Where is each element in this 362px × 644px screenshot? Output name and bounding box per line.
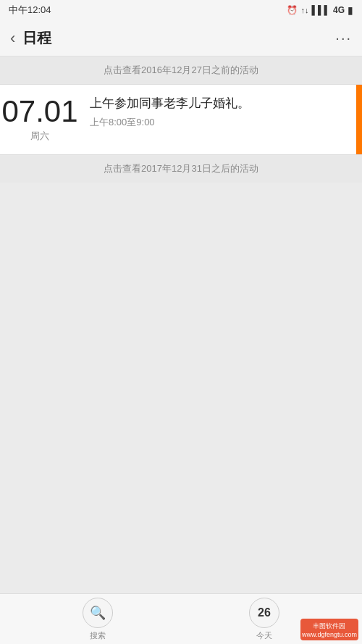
search-label: 搜索 — [90, 630, 106, 641]
search-button[interactable]: 🔍 — [83, 598, 113, 628]
back-arrow-icon: ‹ — [10, 29, 15, 48]
today-label: 今天 — [256, 630, 272, 641]
header: ‹ 日程 ··· — [0, 20, 362, 57]
signal-up-icon: ↑↓ — [300, 6, 308, 14]
status-time: 中午12:04 — [9, 4, 51, 17]
past-events-banner[interactable]: 点击查看2016年12月27日之前的活动 — [0, 57, 362, 84]
event-title: 上午参加同事老李儿子婚礼。 — [90, 95, 346, 112]
future-banner-text: 点击查看2017年12月31日之后的活动 — [104, 163, 258, 174]
past-banner-text: 点击查看2016年12月27日之前的活动 — [104, 64, 258, 75]
today-button[interactable]: 26 — [249, 598, 279, 628]
watermark-line1: 丰图软件园 — [302, 622, 357, 631]
page-title: 日程 — [22, 28, 51, 48]
event-time: 上午8:00至9:00 — [90, 116, 346, 129]
search-nav-item[interactable]: 🔍 搜索 — [83, 598, 113, 641]
status-icons: ⏰ ↑↓ ▌▌▌ 4G ▮ — [287, 4, 353, 16]
back-button[interactable]: ‹ — [10, 29, 15, 48]
header-right: ··· — [335, 30, 352, 46]
future-events-banner[interactable]: 点击查看2017年12月31日之后的活动 — [0, 155, 362, 183]
search-icon: 🔍 — [90, 605, 106, 621]
event-accent-bar — [356, 85, 362, 154]
event-card[interactable]: 上午参加同事老李儿子婚礼。 上午8:00至9:00 — [80, 85, 356, 154]
event-date-number: 07.01 — [1, 96, 77, 127]
status-bar: 中午12:04 ⏰ ↑↓ ▌▌▌ 4G ▮ — [0, 0, 362, 20]
alarm-icon: ⏰ — [287, 5, 298, 15]
event-date-day: 周六 — [30, 130, 49, 143]
watermark: 丰图软件园 www.dgfengtu.com — [300, 619, 358, 640]
event-row[interactable]: 07.01 周六 上午参加同事老李儿子婚礼。 上午8:00至9:00 — [0, 84, 362, 155]
network-label: 4G — [333, 5, 345, 15]
battery-icon: ▮ — [348, 4, 353, 16]
today-number: 26 — [258, 606, 271, 619]
main-content: 点击查看2016年12月27日之前的活动 07.01 周六 上午参加同事老李儿子… — [0, 57, 362, 593]
event-date-section: 07.01 周六 — [0, 85, 80, 154]
today-nav-item[interactable]: 26 今天 — [249, 598, 279, 641]
watermark-line2: www.dgfengtu.com — [302, 631, 357, 638]
watermark-text: 丰图软件园 www.dgfengtu.com — [302, 622, 357, 638]
signal-bars-icon: ▌▌▌ — [311, 5, 330, 15]
more-options-icon[interactable]: ··· — [335, 30, 352, 46]
